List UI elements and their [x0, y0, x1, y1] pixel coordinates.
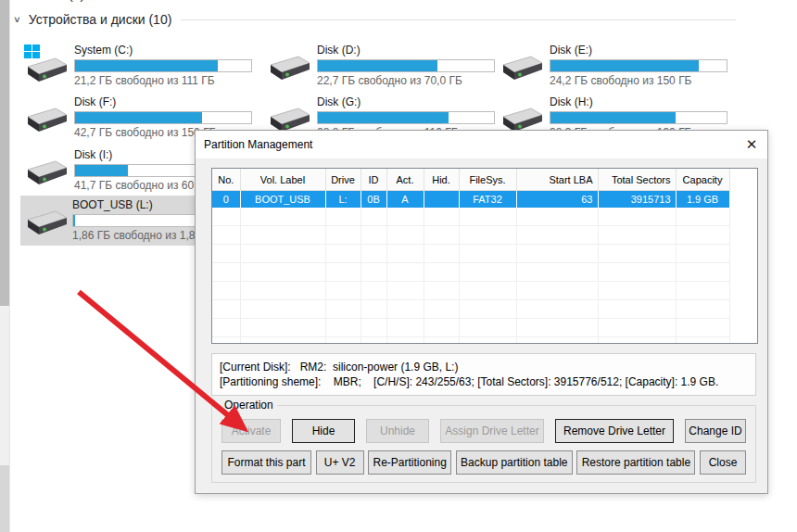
table-row — [212, 282, 729, 300]
drive-usage-fill — [75, 112, 202, 123]
assign-drive-letter-button[interactable]: Assign Drive Letter — [440, 419, 544, 443]
cell-id: 0B — [361, 191, 386, 209]
group-header-label: Устройства и диски (10) — [29, 12, 172, 27]
drive-tile-c[interactable]: System (C:) 21,2 ГБ свободно из 111 ГБ — [22, 41, 259, 91]
drive-free-space: 21,2 ГБ свободно из 111 ГБ — [74, 74, 254, 88]
u-plus-v2-button[interactable]: U+ V2 — [316, 450, 364, 475]
format-this-part-button[interactable]: Format this part — [221, 450, 311, 475]
table-row — [212, 226, 729, 245]
table-header-row: No. Vol. Label Drive ID Act. Hid. FileSy… — [212, 169, 729, 191]
drive-usage-fill — [75, 60, 218, 71]
drive-usage-bar — [317, 59, 495, 72]
col-start-lba: Start LBA — [516, 169, 598, 191]
col-no: No. — [212, 169, 240, 191]
drive-name: Disk (G:) — [317, 95, 497, 109]
re-partitioning-button[interactable]: Re-Partitioning — [368, 450, 451, 475]
cell-drive: L: — [325, 191, 361, 209]
drive-icon — [20, 199, 67, 242]
cell-total-sectors: 3915713 — [598, 191, 676, 209]
drive-usage-fill — [550, 112, 676, 123]
cell-start-lba: 63 — [516, 191, 598, 209]
drive-usage-fill — [318, 60, 437, 71]
drive-usage-bar — [317, 111, 495, 124]
operation-label: Operation — [221, 399, 277, 412]
table-row — [212, 319, 729, 337]
drive-usage-bar — [74, 59, 252, 72]
drive-usage-bar — [74, 111, 252, 124]
col-filesys: FileSys. — [459, 169, 516, 191]
group-header-folders[interactable]: ∨ Папки (7) — [13, 0, 736, 2]
drive-name: System (C:) — [74, 44, 254, 57]
operation-groupbox: Operation Activate Hide Unhide Assign Dr… — [211, 405, 756, 483]
chevron-down-icon: ∨ — [13, 14, 21, 24]
table-row — [212, 245, 729, 263]
drive-icon — [498, 44, 544, 87]
drive-name: Disk (H:) — [550, 95, 729, 109]
cell-no: 0 — [212, 191, 240, 209]
drive-usage-fill — [73, 215, 75, 226]
navigation-scrollbar[interactable] — [0, 0, 10, 532]
drive-name: Disk (E:) — [550, 44, 729, 57]
drive-usage-bar — [550, 59, 727, 72]
table-row — [212, 208, 729, 226]
restore-partition-table-button[interactable]: Restore partition table — [576, 450, 695, 475]
cell-capacity: 1.9 GB — [676, 191, 729, 209]
cell-filesys: FAT32 — [459, 191, 516, 209]
drive-usage-fill — [318, 112, 449, 123]
drive-usage-fill — [550, 60, 699, 71]
drive-tile-e[interactable]: Disk (E:) 24,2 ГБ свободно из 150 ГБ — [498, 41, 735, 91]
partition-table: No. Vol. Label Drive ID Act. Hid. FileSy… — [211, 168, 758, 344]
col-total-sectors: Total Sectors — [598, 169, 676, 191]
close-button[interactable]: Close — [700, 450, 746, 475]
dialog-titlebar[interactable]: Partition Management ✕ — [196, 131, 767, 158]
backup-partition-table-button[interactable]: Backup partition table — [456, 450, 573, 475]
drive-usage-bar — [550, 111, 727, 124]
drive-tile-d[interactable]: Disk (D:) 22,7 ГБ свободно из 70,0 ГБ — [265, 41, 502, 91]
remove-drive-letter-button[interactable]: Remove Drive Letter — [555, 419, 674, 443]
col-capacity: Capacity — [676, 169, 729, 191]
activate-button[interactable]: Activate — [221, 419, 281, 443]
partitioning-scheme-line: [Partitioning sheme]: MBR; [C/H/S]: 243/… — [220, 374, 748, 389]
group-header-rule — [181, 19, 736, 20]
col-act: Act. — [386, 169, 424, 191]
table-row — [212, 300, 729, 319]
cell-hid — [424, 191, 459, 209]
system-drive-icon — [22, 44, 69, 87]
drive-free-space: 22,7 ГБ свободно из 70,0 ГБ — [317, 74, 497, 88]
dialog-title: Partition Management — [204, 138, 312, 151]
close-icon[interactable]: ✕ — [740, 133, 764, 156]
drive-icon — [22, 149, 69, 192]
explorer-window: ∨ Папки (7) ∨ Устройства и диски (10) Sy… — [0, 0, 797, 532]
group-header-devices[interactable]: ∨ Устройства и диски (10) — [13, 12, 736, 27]
group-header-label: Папки (7) — [29, 0, 84, 2]
change-id-button[interactable]: Change ID — [685, 419, 746, 443]
partition-management-dialog: Partition Management ✕ No. Vol. Label Dr… — [195, 130, 768, 494]
disk-info-panel: [Current Disk]: RM2: silicon-power (1.9 … — [211, 353, 756, 396]
scrollbar-bottom-segment[interactable] — [0, 465, 9, 532]
current-disk-line: [Current Disk]: RM2: silicon-power (1.9 … — [220, 360, 748, 374]
col-id: ID — [361, 169, 386, 191]
col-vol-label: Vol. Label — [240, 169, 325, 191]
table-row — [212, 337, 729, 345]
drive-name: Disk (F:) — [74, 95, 254, 109]
col-drive: Drive — [325, 169, 361, 191]
cell-vol-label: BOOT_USB — [240, 191, 325, 209]
table-row — [212, 263, 729, 282]
drive-name: Disk (D:) — [317, 44, 497, 57]
cell-act: A — [386, 191, 424, 209]
drive-free-space: 24,2 ГБ свободно из 150 ГБ — [550, 74, 729, 88]
hide-button[interactable]: Hide — [292, 419, 355, 443]
drive-usage-fill — [75, 165, 128, 176]
scrollbar-thumb[interactable] — [0, 0, 9, 306]
drive-icon — [22, 96, 69, 139]
table-row-selected[interactable]: 0 BOOT_USB L: 0B A FAT32 63 3915713 1.9 … — [212, 191, 729, 209]
unhide-button[interactable]: Unhide — [366, 419, 429, 443]
drive-icon — [265, 44, 311, 87]
col-hid: Hid. — [424, 169, 459, 191]
